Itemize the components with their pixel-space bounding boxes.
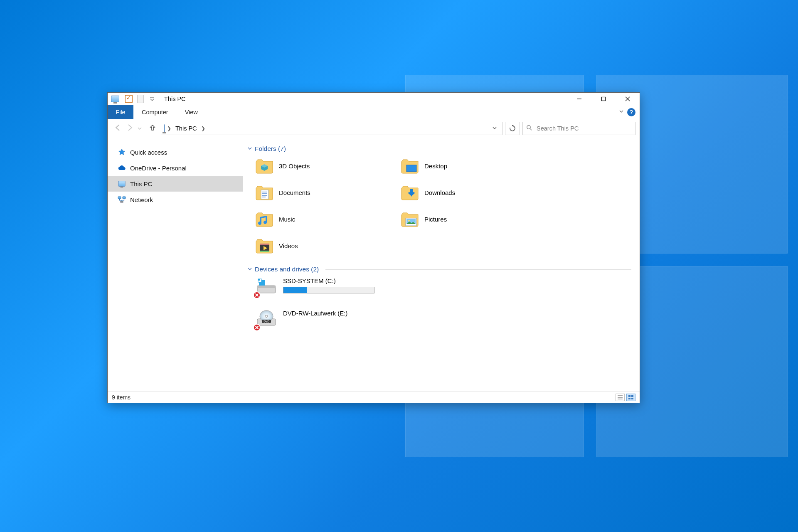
- sidebar-item-onedrive[interactable]: OneDrive - Personal: [108, 160, 243, 176]
- recent-locations-button[interactable]: [138, 125, 142, 132]
- tab-computer[interactable]: Computer: [133, 105, 177, 119]
- quick-access-toolbar: [108, 93, 160, 105]
- 3d-objects-icon: [255, 157, 274, 175]
- new-folder-icon[interactable]: [135, 93, 146, 105]
- group-header-folders[interactable]: Folders (7): [247, 145, 631, 153]
- folder-label: Documents: [279, 189, 310, 196]
- search-box[interactable]: [522, 122, 635, 135]
- window-controls: [567, 93, 640, 105]
- sidebar-item-this-pc[interactable]: This PC: [108, 176, 243, 192]
- file-tab[interactable]: File: [108, 105, 133, 119]
- chevron-down-icon[interactable]: [247, 266, 252, 273]
- system-menu-icon[interactable]: [109, 93, 121, 105]
- sidebar-item-label: This PC: [130, 180, 152, 187]
- svg-rect-12: [260, 251, 269, 252]
- svg-rect-4: [121, 201, 123, 202]
- status-bar: 9 items: [108, 391, 640, 403]
- tab-view[interactable]: View: [177, 105, 206, 119]
- breadcrumb-chevron-icon[interactable]: ❯: [201, 126, 205, 131]
- folder-label: Downloads: [424, 189, 455, 196]
- svg-text:DVD: DVD: [264, 320, 269, 323]
- cloud-icon: [118, 164, 126, 172]
- star-icon: [118, 148, 126, 156]
- status-text: 9 items: [112, 394, 131, 401]
- ssd-drive-icon: [255, 277, 277, 297]
- svg-point-1: [527, 125, 530, 128]
- breadcrumb-chevron-icon[interactable]: ❯: [167, 126, 171, 131]
- svg-rect-14: [257, 286, 276, 288]
- svg-rect-3: [123, 197, 126, 199]
- svg-rect-5: [406, 165, 416, 172]
- folder-documents[interactable]: Documents: [255, 183, 400, 202]
- content-pane: Folders (7) 3D Objects Desktop: [243, 138, 640, 391]
- search-input[interactable]: [536, 125, 632, 132]
- folders-grid: 3D Objects Desktop Documents: [255, 157, 631, 255]
- capacity-fill: [283, 287, 307, 293]
- chevron-down-icon[interactable]: [247, 145, 252, 153]
- svg-rect-6: [261, 190, 268, 199]
- group-header-drives[interactable]: Devices and drives (2): [247, 266, 631, 273]
- address-history-button[interactable]: [490, 125, 500, 132]
- network-icon: [118, 195, 126, 204]
- minimize-button[interactable]: [567, 93, 591, 105]
- drive-label: DVD-RW-Laufwerk (E:): [283, 310, 379, 317]
- sidebar-item-label: OneDrive - Personal: [130, 165, 187, 172]
- svg-rect-0: [602, 97, 606, 101]
- folder-downloads[interactable]: Downloads: [400, 183, 546, 202]
- help-icon[interactable]: ?: [627, 108, 635, 116]
- tiles-view-button[interactable]: [626, 394, 635, 401]
- folder-desktop[interactable]: Desktop: [400, 157, 546, 175]
- folder-label: Music: [279, 216, 295, 223]
- close-button[interactable]: [616, 93, 640, 105]
- qat-customize-icon[interactable]: [146, 93, 158, 105]
- folder-label: Videos: [279, 242, 298, 249]
- svg-rect-2: [118, 197, 121, 199]
- capacity-bar: [283, 287, 374, 293]
- navigation-row: ❯ This PC ❯: [108, 119, 640, 138]
- address-root-icon[interactable]: [164, 125, 165, 132]
- navigation-pane: Quick access OneDrive - Personal This PC…: [108, 138, 243, 391]
- qat-separator-2: [159, 95, 159, 103]
- folder-label: 3D Objects: [279, 163, 310, 170]
- svg-rect-23: [628, 395, 631, 397]
- file-explorer-window: This PC File Computer View ?: [107, 92, 640, 403]
- drive-dvd-rw[interactable]: DVD DVD-RW-Laufwerk (E:): [255, 310, 631, 330]
- titlebar[interactable]: This PC: [108, 93, 640, 105]
- sidebar-item-label: Network: [130, 196, 153, 203]
- maximize-button[interactable]: [591, 93, 616, 105]
- search-icon: [526, 125, 532, 133]
- breadcrumb-segment[interactable]: This PC: [174, 125, 199, 132]
- folder-videos[interactable]: Videos: [255, 236, 400, 255]
- folder-music[interactable]: Music: [255, 210, 400, 228]
- folder-label: Pictures: [424, 216, 447, 223]
- details-view-button[interactable]: [616, 394, 625, 401]
- properties-icon[interactable]: [123, 93, 135, 105]
- forward-button[interactable]: [126, 124, 133, 133]
- back-button[interactable]: [114, 124, 122, 133]
- svg-rect-24: [631, 395, 633, 397]
- videos-folder-icon: [255, 236, 274, 255]
- sidebar-item-network[interactable]: Network: [108, 192, 243, 207]
- drive-label: SSD-SYSTEM (C:): [283, 277, 379, 284]
- dvd-drive-icon: DVD: [255, 310, 277, 330]
- drives-list: SSD-SYSTEM (C:) DVD DVD-RW-Laufwerk (E:): [255, 277, 631, 330]
- desktop-folder-icon: [400, 157, 419, 175]
- svg-rect-26: [631, 398, 633, 399]
- refresh-button[interactable]: [505, 122, 520, 135]
- sidebar-item-quick-access[interactable]: Quick access: [108, 144, 243, 160]
- group-title: Folders (7): [255, 145, 286, 153]
- up-button[interactable]: [147, 124, 158, 133]
- window-title: This PC: [164, 96, 186, 102]
- explorer-body: Quick access OneDrive - Personal This PC…: [108, 138, 640, 391]
- monitor-icon: [118, 180, 126, 188]
- pictures-folder-icon: [400, 210, 419, 228]
- drive-ssd-system[interactable]: SSD-SYSTEM (C:): [255, 277, 631, 297]
- folder-3d-objects[interactable]: 3D Objects: [255, 157, 400, 175]
- nav-arrows: [112, 124, 144, 133]
- ribbon-tabs: File Computer View ?: [108, 105, 640, 119]
- ribbon-collapse-icon[interactable]: [619, 109, 624, 115]
- svg-rect-25: [628, 398, 631, 399]
- sidebar-item-label: Quick access: [130, 149, 167, 156]
- folder-pictures[interactable]: Pictures: [400, 210, 546, 228]
- address-bar[interactable]: ❯ This PC ❯: [161, 122, 502, 135]
